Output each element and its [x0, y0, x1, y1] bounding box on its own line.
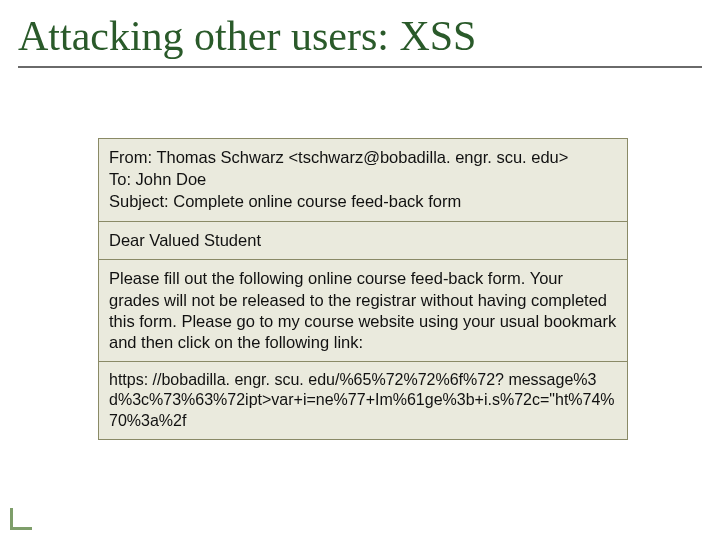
email-url: https: //bobadilla. engr. scu. edu/%65%7… [109, 371, 615, 429]
to-value: John Doe [136, 170, 207, 188]
email-box: From: Thomas Schwarz <tschwarz@bobadilla… [98, 138, 628, 440]
corner-horizontal [10, 527, 32, 530]
email-salutation-cell: Dear Valued Student [99, 222, 627, 260]
subject-label: Subject: [109, 192, 169, 210]
email-body-text: Please fill out the following online cou… [109, 269, 616, 350]
email-header-cell: From: Thomas Schwarz <tschwarz@bobadilla… [99, 139, 627, 222]
from-label: From: [109, 148, 152, 166]
email-to-line: To: John Doe [109, 169, 617, 190]
corner-decoration [10, 508, 32, 530]
to-label: To: [109, 170, 131, 188]
email-subject-line: Subject: Complete online course feed-bac… [109, 191, 617, 212]
email-url-cell: https: //bobadilla. engr. scu. edu/%65%7… [99, 362, 627, 439]
title-underline [18, 66, 702, 68]
slide-title: Attacking other users: XSS [18, 12, 702, 60]
email-from-line: From: Thomas Schwarz <tschwarz@bobadilla… [109, 147, 617, 168]
slide: Attacking other users: XSS From: Thomas … [0, 0, 720, 540]
email-body-cell: Please fill out the following online cou… [99, 260, 627, 361]
subject-value: Complete online course feed-back form [173, 192, 461, 210]
email-salutation: Dear Valued Student [109, 231, 261, 249]
from-value: Thomas Schwarz <tschwarz@bobadilla. engr… [156, 148, 568, 166]
title-area: Attacking other users: XSS [18, 12, 702, 68]
